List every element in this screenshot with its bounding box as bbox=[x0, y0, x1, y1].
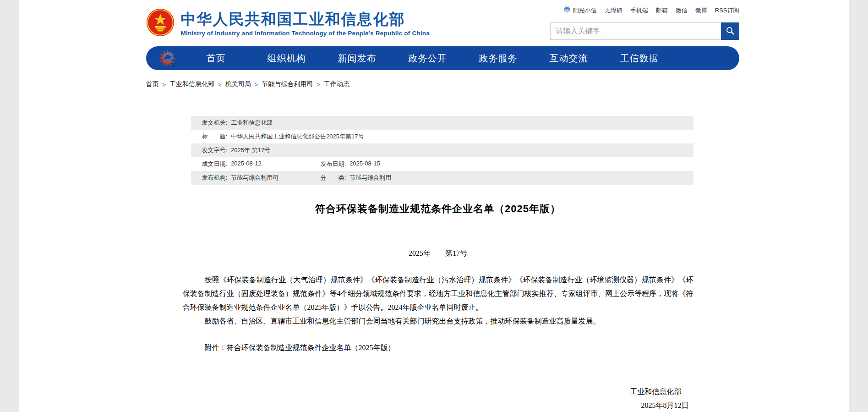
search-box bbox=[550, 22, 739, 40]
nav-item-news[interactable]: 新闻发布 bbox=[322, 52, 393, 65]
link-weibo[interactable]: 微博 bbox=[695, 6, 707, 15]
meta-label: 成文日期: bbox=[202, 160, 228, 168]
meta-label: 分 类: bbox=[321, 174, 346, 182]
meta-value: 节能与综合利用 bbox=[349, 174, 391, 182]
meta-value: 工业和信息化部 bbox=[231, 119, 273, 127]
meta-value: 中华人民共和国工业和信息化部公告2025年第17号 bbox=[231, 132, 364, 141]
document-number: 2025年 第17号 bbox=[183, 249, 693, 258]
nav-item-interaction[interactable]: 互动交流 bbox=[534, 52, 604, 65]
search-button[interactable] bbox=[721, 22, 739, 40]
meta-label: 发文机关: bbox=[202, 119, 228, 127]
nav-item-gov-disclosure[interactable]: 政务公开 bbox=[393, 52, 463, 65]
article: 发文机关: 工业和信息化部 标 题: 中华人民共和国工业和信息化部公告2025年… bbox=[183, 116, 693, 412]
main-nav: 首页 组织机构 新闻发布 政务公开 政务服务 互动交流 工信数据 bbox=[146, 46, 739, 70]
site-subtitle: Ministry of Industry and Information Tec… bbox=[181, 30, 430, 37]
robot-icon bbox=[563, 5, 571, 15]
search-input[interactable] bbox=[550, 22, 721, 40]
attachment-line: 附件：符合环保装备制造业规范条件企业名单（2025年版） bbox=[183, 341, 693, 355]
link-accessibility[interactable]: 无障碍 bbox=[605, 6, 622, 15]
utility-links: 阳光小信 无障碍 手机端 邮箱 微信 微博 RSS订阅 bbox=[563, 5, 739, 15]
nav-item-gov-services[interactable]: 政务服务 bbox=[463, 52, 534, 65]
link-sunshine-xiaoxin[interactable]: 阳光小信 bbox=[563, 5, 597, 15]
breadcrumb-separator: > bbox=[317, 81, 320, 88]
link-mobile[interactable]: 手机端 bbox=[630, 6, 648, 15]
breadcrumb: 首页 > 工业和信息化部 > 机关司局 > 节能与综合利用司 > 工作动态 bbox=[146, 80, 739, 88]
meta-label: 发布机构: bbox=[202, 174, 228, 182]
meta-value: 2025-08-12 bbox=[231, 160, 262, 168]
body-paragraph: 按照《环保装备制造行业（大气治理）规范条件》《环保装备制造行业（污水治理）规范条… bbox=[183, 273, 693, 314]
miit-logo-icon bbox=[159, 49, 176, 67]
breadcrumb-departments[interactable]: 机关司局 bbox=[225, 80, 251, 88]
meta-label: 发布日期: bbox=[321, 160, 346, 168]
nav-item-home[interactable]: 首页 bbox=[181, 52, 251, 65]
meta-row-issuing-authority: 发文机关: 工业和信息化部 bbox=[191, 116, 693, 130]
signature-org: 工业和信息化部 bbox=[183, 385, 682, 399]
document-title: 符合环保装备制造业规范条件企业名单（2025年版） bbox=[183, 202, 693, 216]
breadcrumb-separator: > bbox=[255, 81, 258, 88]
site-title: 中华人民共和国工业和信息化部 bbox=[181, 10, 430, 28]
doc-meta-table: 发文机关: 工业和信息化部 标 题: 中华人民共和国工业和信息化部公告2025年… bbox=[191, 116, 693, 185]
signature-block: 工业和信息化部 2025年8月12日 bbox=[183, 385, 693, 412]
document-body: 按照《环保装备制造行业（大气治理）规范条件》《环保装备制造行业（污水治理）规范条… bbox=[183, 273, 693, 412]
meta-label: 标 题: bbox=[202, 132, 228, 141]
breadcrumb-miit[interactable]: 工业和信息化部 bbox=[169, 80, 214, 88]
nav-item-industry-data[interactable]: 工信数据 bbox=[604, 52, 675, 65]
search-icon bbox=[726, 26, 735, 37]
breadcrumb-energy-conservation-dept[interactable]: 节能与综合利用司 bbox=[262, 80, 313, 88]
breadcrumb-separator: > bbox=[218, 81, 222, 88]
meta-value: 2025-08-15 bbox=[349, 160, 380, 168]
body-paragraph: 鼓励各省、自治区、直辖市工业和信息化主管部门会同当地有关部门研究出台支持政策，推… bbox=[183, 314, 693, 328]
link-wechat[interactable]: 微信 bbox=[676, 6, 688, 15]
meta-row-doc-number: 发文字号: 2025年 第17号 bbox=[191, 143, 693, 157]
meta-value: 节能与综合利用司 bbox=[231, 174, 278, 182]
link-rss[interactable]: RSS订阅 bbox=[715, 6, 739, 15]
browser-viewport: 中华人民共和国工业和信息化部 Ministry of Industry and … bbox=[0, 0, 868, 412]
site-logo[interactable]: 中华人民共和国工业和信息化部 Ministry of Industry and … bbox=[146, 5, 430, 38]
site-header: 中华人民共和国工业和信息化部 Ministry of Industry and … bbox=[19, 0, 849, 40]
meta-value: 2025年 第17号 bbox=[231, 146, 270, 154]
nav-item-organization[interactable]: 组织机构 bbox=[251, 52, 322, 65]
attachment-link[interactable]: 附件：符合环保装备制造业规范条件企业名单（2025年版） bbox=[205, 344, 395, 352]
meta-row-publisher-category: 发布机构: 节能与综合利用司 分 类: 节能与综合利用 bbox=[191, 171, 693, 185]
meta-label: 发文字号: bbox=[202, 146, 228, 154]
breadcrumb-home[interactable]: 首页 bbox=[146, 80, 159, 88]
breadcrumb-work-news[interactable]: 工作动态 bbox=[324, 80, 349, 88]
meta-row-title: 标 题: 中华人民共和国工业和信息化部公告2025年第17号 bbox=[191, 130, 693, 143]
meta-row-dates: 成文日期: 2025-08-12 发布日期: 2025-08-15 bbox=[191, 157, 693, 171]
signature-date: 2025年8月12日 bbox=[183, 399, 689, 412]
national-emblem-icon bbox=[146, 8, 175, 38]
page: 中华人民共和国工业和信息化部 Ministry of Industry and … bbox=[19, 0, 849, 412]
breadcrumb-separator: > bbox=[163, 81, 166, 88]
link-mail[interactable]: 邮箱 bbox=[656, 6, 668, 15]
